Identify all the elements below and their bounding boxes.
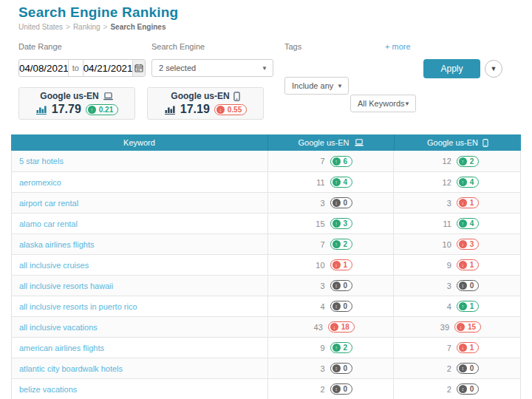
keyword-link[interactable]: 5 star hotels [19, 157, 64, 166]
breadcrumb-separator: > [66, 23, 70, 31]
rank-value: 12 [435, 178, 451, 187]
rank-value: 3 [309, 364, 325, 373]
change-value: 3 [344, 219, 348, 228]
date-to-input[interactable] [83, 60, 132, 76]
change-direction-icon: ↓ [330, 323, 338, 331]
table-header: Keyword Google us-EN Google us-EN [11, 134, 521, 151]
keyword-link[interactable]: aeromexico [19, 178, 61, 187]
table-row: aeromexico 11 ↑4 12 ↑4 [12, 171, 520, 192]
change-direction-icon: ↕ [332, 199, 341, 207]
keyword-link[interactable]: all inclusive vacations [19, 323, 98, 332]
more-link[interactable]: + more [385, 42, 411, 51]
mobile-rank-cell: 2 ↕0 [393, 379, 520, 399]
rank-value: 2 [435, 385, 451, 394]
keyword-link[interactable]: all inclusive resorts in puerto rico [19, 302, 137, 311]
calendar-icon[interactable] [132, 60, 145, 76]
keyword-link[interactable]: atlantic city boardwalk hotels [19, 364, 123, 373]
desktop-rank-cell: 3 ↕0 [267, 276, 394, 296]
breadcrumb-item-current: Search Engines [110, 23, 166, 31]
keyword-link[interactable]: belize vacations [19, 385, 77, 394]
change-direction-icon: ↓ [332, 261, 341, 269]
change-direction-icon: ↕ [332, 282, 341, 290]
change-value: 0 [344, 199, 348, 207]
change-value: 4 [344, 178, 348, 186]
rank-value: 9 [435, 261, 451, 270]
keyword-cell: alamo car rental [12, 214, 267, 233]
desktop-icon [103, 92, 114, 100]
change-value: 0 [344, 385, 348, 393]
change-value: 0 [470, 385, 474, 393]
rank-change-badge: ↕0 [330, 301, 353, 312]
column-header-mobile[interactable]: Google us-EN [394, 134, 521, 151]
mobile-rank-cell: 12 ↑4 [393, 172, 520, 192]
desktop-icon [354, 139, 364, 146]
rank-change-badge: ↓1 [457, 342, 480, 353]
collapse-filters-button[interactable]: ▼ [485, 60, 502, 78]
card-title: Google us-EN [40, 91, 98, 101]
table-row: atlantic city boardwalk hotels 3 ↕0 2 ↕0 [12, 358, 520, 378]
date-from-input[interactable] [19, 60, 68, 76]
change-value: 3 [470, 240, 474, 248]
change-direction-icon: ↕ [332, 385, 341, 393]
rank-value: 9 [309, 344, 325, 352]
desktop-rank-cell: 43 ↓18 [267, 317, 394, 337]
rank-value: 11 [435, 219, 451, 228]
rank-change-badge: ↑3 [330, 218, 353, 229]
change-value: 1 [470, 302, 474, 310]
mobile-rank-cell: 3 ↓1 [393, 193, 520, 213]
desktop-rank-cell: 2 ↕0 [267, 379, 394, 399]
ranking-table: Keyword Google us-EN Google us-EN 5 star… [11, 134, 521, 399]
date-to-label: to [68, 60, 83, 76]
change-direction-icon: ↓ [457, 323, 465, 331]
change-value: 2 [344, 240, 348, 248]
breadcrumb-item[interactable]: Ranking [73, 23, 100, 31]
rank-change-badge: ↑4 [330, 177, 353, 188]
summary-card-desktop[interactable]: Google us-EN 17.79 ↑0.21 [18, 87, 135, 120]
rank-change-badge: ↕0 [330, 383, 353, 395]
breadcrumb-item[interactable]: United States [18, 23, 63, 31]
keyword-cell: atlantic city boardwalk hotels [12, 358, 267, 378]
change-value: 0 [344, 302, 348, 310]
keyword-link[interactable]: all inclusive cruises [19, 261, 89, 270]
breadcrumb: United States>Ranking>Search Engines [18, 23, 178, 31]
rank-value: 7 [309, 157, 325, 166]
change-value: 1 [470, 344, 474, 352]
change-direction-icon: ↕ [459, 385, 467, 393]
keyword-link[interactable]: alamo car rental [19, 219, 78, 228]
rank-value: 3 [309, 199, 325, 208]
keyword-cell: all inclusive vacations [12, 317, 267, 337]
change-value: 0 [344, 282, 348, 290]
column-header-desktop[interactable]: Google us-EN [267, 134, 394, 151]
rank-change-badge: ↑1 [457, 301, 480, 312]
change-value: 1 [470, 199, 474, 207]
keyword-link[interactable]: american airlines flights [19, 344, 104, 352]
rank-value: 3 [435, 199, 451, 208]
desktop-rank-cell: 9 ↑2 [267, 338, 394, 358]
change-value: 0 [470, 282, 474, 290]
keywords-filter-select[interactable]: All Keywords ▼ [350, 95, 416, 112]
keyword-link[interactable]: all inclusive resorts hawaii [19, 282, 113, 290]
mobile-rank-cell: 7 ↓1 [393, 338, 520, 358]
tags-match-select[interactable]: Include any ▼ [284, 77, 349, 95]
change-direction-icon: ↑ [459, 178, 467, 186]
change-direction-icon: ↓ [216, 106, 225, 114]
search-engine-select[interactable]: 2 selected ▼ [151, 59, 273, 77]
mobile-rank-cell: 12 ↑2 [393, 151, 520, 171]
apply-button[interactable]: Apply [423, 59, 480, 78]
rank-value: 12 [435, 157, 451, 166]
keyword-link[interactable]: alaska airlines flights [19, 240, 95, 249]
change-value: 0 [470, 364, 474, 372]
rank-value: 15 [309, 219, 325, 228]
change-direction-icon: ↑ [332, 219, 341, 228]
change-direction-icon: ↓ [459, 344, 467, 352]
table-row: 5 star hotels 7 ↑6 12 ↑2 [12, 151, 520, 171]
rank-change-badge: ↕0 [457, 383, 480, 395]
column-header-keyword[interactable]: Keyword [11, 134, 267, 151]
table-row: american airlines flights 9 ↑2 7 ↓1 [12, 337, 520, 358]
summary-card-mobile[interactable]: Google us-EN 17.19 ↓0.55 [147, 87, 264, 120]
date-range-label: Date Range [18, 42, 62, 51]
keywords-filter-value: All Keywords [358, 99, 405, 108]
keyword-link[interactable]: airport car rental [19, 199, 78, 208]
chevron-down-icon: ▼ [262, 65, 267, 72]
table-row: belize vacations 2 ↕0 2 ↕0 [12, 378, 520, 399]
